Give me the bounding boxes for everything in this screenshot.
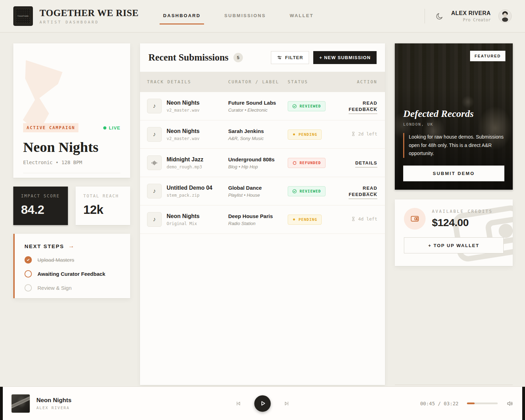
available-credits-label: AVAILABLE CREDITS bbox=[432, 209, 493, 214]
check-circle-icon bbox=[24, 256, 32, 264]
user-avatar[interactable] bbox=[498, 9, 512, 23]
featured-location: LONDON, UK bbox=[403, 122, 504, 127]
time-left: 2d left bbox=[351, 131, 377, 136]
reviewed-icon bbox=[292, 189, 297, 194]
track-title: Neon Nights bbox=[167, 128, 200, 134]
app-header: TOGETHER TOGETHER WE RISE ARTIST DASHBOA… bbox=[0, 0, 525, 33]
main-content: ACTIVE CAMPAIGN LIVE Neon Nights Electro… bbox=[0, 33, 525, 387]
app-subtitle: ARTIST DASHBOARD bbox=[40, 20, 139, 24]
volume-icon[interactable] bbox=[506, 400, 514, 407]
table-header: TRACK DETAILS CURATOR / LABEL STATUS ACT… bbox=[140, 72, 385, 92]
step-label: Review & Sign bbox=[37, 285, 72, 291]
impact-score-card: IMPACT SCORE 84.2 bbox=[13, 187, 68, 225]
submissions-count-badge: 5 bbox=[233, 53, 243, 62]
curator-meta: Blog • Hip Hop bbox=[228, 164, 288, 169]
live-dot-icon bbox=[103, 126, 106, 130]
impact-score-value: 84.2 bbox=[21, 203, 60, 217]
impact-score-label: IMPACT SCORE bbox=[21, 194, 60, 198]
hourglass-icon bbox=[351, 132, 356, 136]
credits-card: AVAILABLE CREDITS $124.00 + TOP UP WALLE… bbox=[395, 200, 513, 266]
filter-button[interactable]: FILTER bbox=[271, 51, 309, 64]
tab-dashboard[interactable]: DASHBOARD bbox=[163, 9, 201, 23]
next-track-icon[interactable] bbox=[284, 400, 290, 407]
main-nav: DASHBOARD SUBMISSIONS WALLET bbox=[163, 9, 314, 23]
track-file: v2_master.wav bbox=[167, 108, 200, 113]
play-button[interactable] bbox=[254, 395, 271, 412]
step-label: Upload Masters bbox=[37, 257, 74, 263]
curator-name: Deep House Paris bbox=[228, 213, 288, 219]
pending-icon bbox=[292, 133, 296, 136]
tab-wallet[interactable]: WALLET bbox=[290, 9, 314, 23]
hourglass-icon bbox=[351, 217, 356, 221]
submit-demo-button[interactable]: SUBMIT DEMO bbox=[403, 166, 504, 181]
app-root: TOGETHER TOGETHER WE RISE ARTIST DASHBOA… bbox=[0, 0, 525, 420]
featured-opportunity-card: FEATURED Defected Records LONDON, UK Loo… bbox=[395, 43, 513, 190]
table-row[interactable]: ♪Neon NightsOriginal MixDeep House Paris… bbox=[140, 205, 385, 234]
row-action-link[interactable]: READ FEEDBACK bbox=[349, 186, 377, 199]
player-track-title: Neon Nights bbox=[36, 397, 71, 404]
brand-block: TOGETHER WE RISE ARTIST DASHBOARD bbox=[40, 8, 139, 24]
step-review-sign[interactable]: Review & Sign bbox=[24, 284, 120, 292]
row-action-link[interactable]: DETAILS bbox=[355, 160, 377, 168]
previous-track-icon[interactable] bbox=[235, 400, 242, 407]
status-badge: REFUNDED bbox=[288, 158, 326, 168]
new-submission-button[interactable]: + NEW SUBMISSION bbox=[313, 51, 377, 64]
active-campaign-card: ACTIVE CAMPAIGN LIVE Neon Nights Electro… bbox=[13, 43, 130, 178]
seek-bar[interactable] bbox=[467, 402, 498, 404]
total-reach-label: TOTAL REACH bbox=[83, 194, 122, 198]
time-left: 4d left bbox=[351, 216, 377, 222]
playback-time: 00:45 / 03:22 bbox=[420, 401, 458, 406]
music-note-icon: ♪ bbox=[147, 99, 162, 113]
reviewed-icon bbox=[292, 104, 297, 108]
featured-title: Defected Records bbox=[403, 108, 504, 119]
step-label: Awaiting Curator Feedback bbox=[37, 271, 105, 277]
moon-icon[interactable] bbox=[435, 12, 443, 20]
album-art[interactable] bbox=[11, 394, 30, 413]
app-title: TOGETHER WE RISE bbox=[40, 8, 139, 19]
tab-submissions[interactable]: SUBMISSIONS bbox=[224, 9, 266, 23]
track-file: stem_pack.zip bbox=[167, 193, 212, 198]
table-row[interactable]: ♪Neon Nightsv2_master.wavFuture Sound La… bbox=[140, 92, 385, 120]
featured-description: Looking for raw house demos. Submissions… bbox=[403, 133, 504, 158]
campaign-title: Neon Nights bbox=[23, 139, 120, 155]
row-action-link[interactable]: READ FEEDBACK bbox=[349, 100, 377, 114]
next-steps-card: NEXT STEPS → Upload Masters Awaiting Cur… bbox=[13, 234, 130, 298]
arrow-right-icon: → bbox=[68, 243, 75, 250]
pending-icon bbox=[292, 218, 296, 221]
table-row[interactable]: Midnight Jazzdemo_rough.mp3Underground 8… bbox=[140, 149, 385, 177]
active-campaign-badge: ACTIVE CAMPAIGN bbox=[23, 123, 78, 132]
table-row[interactable]: ♪Neon Nightsv2_master.wavSarah JenkinsA&… bbox=[140, 120, 385, 149]
user-name: ALEX RIVERA bbox=[451, 10, 491, 16]
curator-name: Future Sound Labs bbox=[228, 100, 288, 106]
submissions-rows: ♪Neon Nightsv2_master.wavFuture Sound La… bbox=[140, 92, 385, 234]
column-curator-label: CURATOR / LABEL bbox=[228, 79, 288, 84]
brand-logo[interactable]: TOGETHER bbox=[13, 6, 33, 26]
top-up-wallet-button[interactable]: + TOP UP WALLET bbox=[404, 237, 504, 253]
step-upload-masters[interactable]: Upload Masters bbox=[24, 256, 120, 264]
total-reach-card: TOTAL REACH 12k bbox=[76, 187, 130, 225]
status-badge: REVIEWED bbox=[288, 101, 326, 111]
curator-meta: Playlist • House bbox=[228, 192, 288, 198]
waveform-icon bbox=[147, 155, 162, 170]
header-right: ALEX RIVERA Pro Creator bbox=[425, 9, 512, 23]
radio-empty-icon bbox=[24, 284, 32, 292]
curator-meta: A&R, Sony Music bbox=[228, 136, 288, 141]
credits-amount: $124.00 bbox=[432, 217, 493, 229]
submissions-title: Recent Submissions bbox=[148, 52, 229, 63]
status-badge: REVIEWED bbox=[288, 186, 326, 196]
curator-name: Underground 808s bbox=[228, 156, 288, 162]
step-awaiting-feedback[interactable]: Awaiting Curator Feedback bbox=[24, 270, 120, 278]
column-action: ACTION bbox=[346, 79, 377, 84]
stats-row: IMPACT SCORE 84.2 TOTAL REACH 12k bbox=[13, 187, 130, 225]
table-row[interactable]: ♪Untitled Demo 04stem_pack.zipGlobal Dan… bbox=[140, 177, 385, 205]
music-note-icon: ♪ bbox=[147, 212, 162, 227]
player-artist: ALEX RIVERA bbox=[36, 406, 71, 410]
filter-icon bbox=[277, 55, 282, 60]
playback-controls bbox=[235, 395, 290, 412]
column-status: STATUS bbox=[288, 79, 346, 84]
status-badge: PENDING bbox=[288, 215, 322, 225]
track-title: Neon Nights bbox=[167, 100, 200, 106]
audio-player-bar: Neon Nights ALEX RIVERA 00:45 / 03:22 bbox=[3, 387, 522, 420]
wallet-icon bbox=[404, 208, 426, 230]
live-indicator: LIVE bbox=[103, 125, 120, 131]
